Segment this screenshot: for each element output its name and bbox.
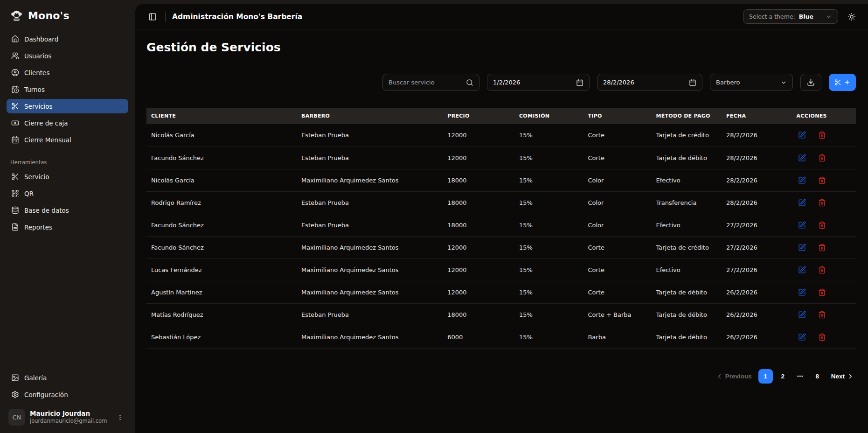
- page-button-1[interactable]: 1: [758, 369, 773, 384]
- sidebar-item-usuarios[interactable]: Usuarios: [7, 49, 128, 63]
- sidebar-nav: Dashboard Usuarios Clientes Turnos Servi…: [7, 32, 128, 147]
- theme-select[interactable]: Select a theme: Blue: [743, 9, 838, 24]
- avatar: CN: [8, 409, 25, 426]
- divider: [165, 12, 166, 22]
- user-menu-button[interactable]: [115, 412, 125, 423]
- edit-row-button[interactable]: [797, 130, 807, 140]
- sidebar-item-label: Servicio: [24, 173, 49, 181]
- cell-fecha: 27/2/2026: [722, 258, 793, 281]
- sidebar-toggle-button[interactable]: [146, 11, 159, 23]
- trash-icon: [818, 176, 826, 184]
- file-text-icon: [11, 223, 19, 231]
- edit-row-button[interactable]: [797, 332, 807, 342]
- cell-cliente: Nicolás García: [146, 169, 298, 191]
- cell-barbero: Maximiliano Arquimedez Santos: [298, 236, 444, 258]
- delete-row-button[interactable]: [817, 220, 827, 230]
- delete-row-button[interactable]: [817, 242, 827, 253]
- date-from-input[interactable]: [493, 79, 571, 86]
- cell-precio: 6000: [444, 326, 515, 348]
- sidebar-item-configuracion[interactable]: Configuración: [7, 387, 128, 402]
- delete-row-button[interactable]: [817, 130, 827, 140]
- light-mode-toggle-button[interactable]: [846, 11, 858, 23]
- user-email: jourdanmauricio@gmail.com: [30, 418, 110, 424]
- edit-pencil-icon: [798, 154, 806, 162]
- cell-metodo: Efectivo: [652, 214, 722, 236]
- content: Gestión de Servicios Barbero: [135, 29, 868, 433]
- cell-comision: 15%: [515, 124, 584, 147]
- edit-row-button[interactable]: [797, 265, 807, 275]
- date-to-input[interactable]: [603, 79, 684, 86]
- edit-row-button[interactable]: [797, 287, 807, 298]
- cell-precio: 18000: [444, 191, 515, 214]
- chevron-left-icon: [716, 373, 723, 380]
- edit-pencil-icon: [798, 333, 806, 341]
- export-download-button[interactable]: [800, 74, 821, 91]
- delete-row-button[interactable]: [817, 197, 827, 208]
- cell-acciones: [793, 124, 856, 147]
- edit-row-button[interactable]: [797, 197, 807, 208]
- sidebar-item-galeria[interactable]: Galería: [7, 370, 128, 385]
- edit-row-button[interactable]: [797, 153, 807, 163]
- delete-row-button[interactable]: [817, 265, 827, 275]
- edit-row-button[interactable]: [797, 242, 807, 253]
- delete-row-button[interactable]: [817, 332, 827, 342]
- table-row: Facundo Sánchez Esteban Prueba 12000 15%…: [146, 147, 856, 169]
- add-service-button[interactable]: [829, 74, 856, 91]
- sidebar-item-dashboard[interactable]: Dashboard: [7, 32, 128, 46]
- col-header-precio: Precio: [444, 108, 515, 124]
- table-row: Rodrigo Ramírez Esteban Prueba 18000 15%…: [146, 191, 856, 214]
- calendar-icon[interactable]: [576, 79, 583, 86]
- cell-cliente: Facundo Sánchez: [146, 236, 298, 258]
- cell-metodo: Tarjeta de débito: [652, 147, 722, 169]
- sidebar-item-servicio-tool[interactable]: Servicio: [7, 169, 128, 184]
- sidebar-item-turnos[interactable]: Turnos: [7, 82, 128, 97]
- monkey-logo-icon: [9, 8, 23, 22]
- delete-row-button[interactable]: [817, 175, 827, 186]
- table-row: Sebastián López Maximiliano Arquimedez S…: [146, 326, 856, 348]
- sidebar-item-label: Reportes: [24, 223, 52, 231]
- chevron-down-icon: [826, 14, 832, 20]
- chevron-down-icon: [780, 79, 787, 86]
- barber-select-value: Barbero: [716, 79, 740, 86]
- scissors-icon: [11, 173, 19, 181]
- cell-acciones: [793, 303, 856, 326]
- cell-metodo: Tarjeta de débito: [652, 326, 722, 348]
- edit-pencil-icon: [798, 221, 806, 229]
- delete-row-button[interactable]: [817, 153, 827, 163]
- table-row: Facundo Sánchez Esteban Prueba 18000 15%…: [146, 214, 856, 236]
- trash-icon: [818, 333, 826, 341]
- sidebar-item-qr[interactable]: QR: [7, 186, 128, 201]
- sidebar-item-label: Turnos: [24, 86, 45, 93]
- previous-page-button[interactable]: Previous: [712, 370, 756, 383]
- sidebar-item-cierre-mensual[interactable]: Cierre Mensual: [7, 133, 128, 147]
- cell-tipo: Barba: [584, 326, 652, 348]
- date-to-field: [597, 74, 702, 91]
- edit-row-button[interactable]: [797, 309, 807, 320]
- cell-cliente: Matías Rodríguez: [146, 303, 298, 326]
- sidebar-item-clientes[interactable]: Clientes: [7, 65, 128, 80]
- page-button-2[interactable]: 2: [776, 369, 790, 384]
- next-page-button[interactable]: Next: [827, 370, 856, 383]
- sidebar-item-cierre-de-caja[interactable]: Cierre de caja: [7, 116, 128, 130]
- calendar-icon[interactable]: [689, 79, 696, 86]
- edit-pencil-icon: [798, 288, 806, 296]
- page-button-8[interactable]: 8: [810, 369, 825, 384]
- cell-metodo: Tarjeta de débito: [652, 303, 722, 326]
- cell-fecha: 28/2/2026: [722, 191, 793, 214]
- qr-code-icon: [11, 189, 19, 197]
- delete-row-button[interactable]: [817, 287, 827, 298]
- sidebar-item-reportes[interactable]: Reportes: [7, 220, 128, 234]
- trash-icon: [818, 266, 826, 274]
- sidebar-item-label: Configuración: [24, 391, 68, 398]
- cell-precio: 18000: [444, 169, 515, 191]
- delete-row-button[interactable]: [817, 309, 827, 320]
- sidebar-item-base-de-datos[interactable]: Base de datos: [7, 203, 128, 217]
- edit-row-button[interactable]: [797, 175, 807, 186]
- edit-row-button[interactable]: [797, 220, 807, 230]
- cell-metodo: Transferencia: [652, 191, 722, 214]
- sidebar-item-servicios[interactable]: Servicios: [7, 99, 128, 113]
- trash-icon: [818, 154, 826, 162]
- search-input[interactable]: [389, 79, 461, 86]
- user-profile[interactable]: CN Mauricio Jourdan jourdanmauricio@gmai…: [7, 404, 128, 426]
- barber-select[interactable]: Barbero: [710, 74, 793, 91]
